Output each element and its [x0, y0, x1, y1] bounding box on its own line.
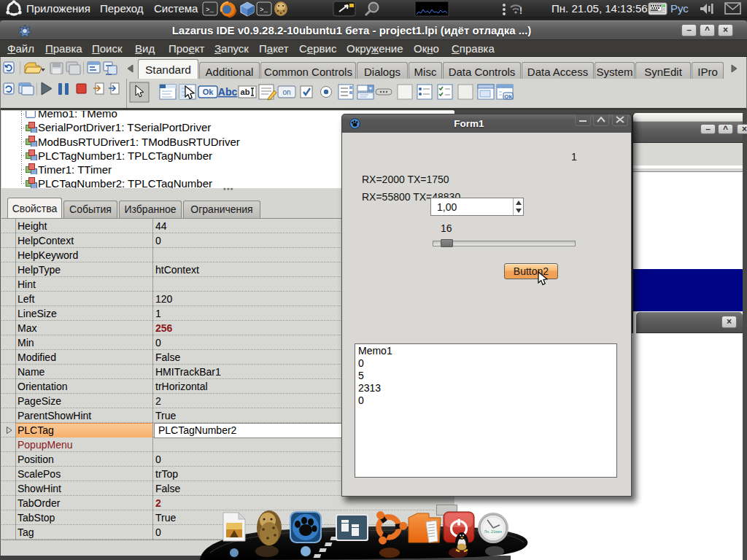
svg-text:>_: >_	[260, 7, 268, 14]
svg-text:>_: >_	[206, 7, 214, 14]
svg-text:ab: ab	[241, 88, 250, 96]
svg-text:Abc: Abc	[218, 86, 238, 98]
svg-text:!: !	[519, 6, 522, 16]
svg-text:on: on	[282, 88, 290, 96]
svg-text:Пн.21мая: Пн.21мая	[484, 530, 502, 534]
svg-text:Ok: Ok	[203, 88, 214, 96]
svg-text:Ok: Ok	[504, 93, 512, 100]
